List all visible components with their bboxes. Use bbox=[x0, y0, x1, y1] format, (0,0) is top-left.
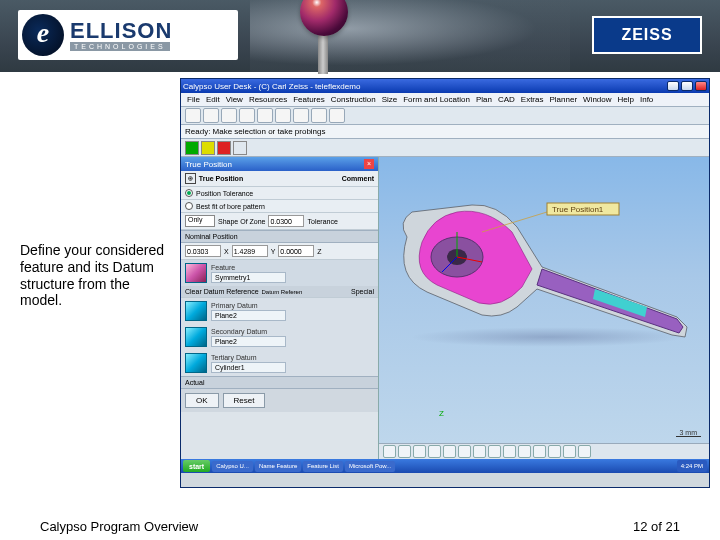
header-row: ⊕ True Position Comment bbox=[181, 171, 378, 187]
option-row[interactable]: Position Tolerance bbox=[181, 187, 378, 200]
zone-mode-dropdown[interactable]: Only bbox=[185, 215, 215, 227]
menu-help[interactable]: Help bbox=[616, 95, 636, 104]
page-current: 12 bbox=[633, 519, 647, 534]
minimize-button[interactable] bbox=[667, 81, 679, 91]
feature-block[interactable]: Feature Symmetry1 bbox=[181, 260, 378, 286]
probe-stem bbox=[318, 34, 328, 74]
menu-plan[interactable]: Plan bbox=[474, 95, 494, 104]
secondary-value[interactable]: Plane2 bbox=[211, 336, 286, 347]
toolbar-button[interactable] bbox=[329, 108, 345, 123]
taskbar-item[interactable]: Feature List bbox=[303, 461, 343, 472]
taskbar-item[interactable]: Calypso U... bbox=[212, 461, 253, 472]
radio-position-tolerance[interactable] bbox=[185, 189, 193, 197]
panel-titlebar[interactable]: True Position × bbox=[181, 157, 378, 171]
taskbar-item[interactable]: Microsoft Pow... bbox=[345, 461, 395, 472]
panel-buttons: OK Reset bbox=[181, 389, 378, 412]
radio-best-fit[interactable] bbox=[185, 202, 193, 210]
slide-header: ELLISON TECHNOLOGIES ZEISS bbox=[0, 0, 720, 72]
primary-value[interactable]: Plane2 bbox=[211, 310, 286, 321]
menu-info[interactable]: Info bbox=[638, 95, 655, 104]
menu-features[interactable]: Features bbox=[291, 95, 327, 104]
vp-tool-button[interactable] bbox=[473, 445, 486, 458]
col-label: True Position bbox=[199, 175, 243, 182]
status-text: Ready: Make selection or take probings bbox=[185, 127, 326, 136]
zeiss-text: ZEISS bbox=[621, 26, 672, 44]
clear-datum-label[interactable]: Clear Datum Reference bbox=[185, 288, 259, 295]
window-titlebar[interactable]: Calypso User Desk - (C) Carl Zeiss - tel… bbox=[181, 79, 709, 93]
vp-tool-button[interactable] bbox=[563, 445, 576, 458]
menu-file[interactable]: File bbox=[185, 95, 202, 104]
nominal-row: X Y Z bbox=[181, 243, 378, 260]
secondary-datum-block[interactable]: Secondary Datum Plane2 bbox=[181, 324, 378, 350]
nominal-z-input[interactable] bbox=[278, 245, 314, 257]
vp-tool-button[interactable] bbox=[443, 445, 456, 458]
menu-edit[interactable]: Edit bbox=[204, 95, 222, 104]
menu-size[interactable]: Size bbox=[380, 95, 400, 104]
close-button[interactable] bbox=[695, 81, 707, 91]
vp-tool-button[interactable] bbox=[533, 445, 546, 458]
panel-close-icon[interactable]: × bbox=[364, 159, 374, 169]
toolbar-button[interactable] bbox=[311, 108, 327, 123]
vp-tool-button[interactable] bbox=[458, 445, 471, 458]
vp-tool-button[interactable] bbox=[548, 445, 561, 458]
start-button[interactable]: start bbox=[183, 460, 210, 472]
toolbar-button[interactable] bbox=[275, 108, 291, 123]
vp-tool-button[interactable] bbox=[488, 445, 501, 458]
zone-value-input[interactable] bbox=[268, 215, 304, 227]
vp-tool-button[interactable] bbox=[398, 445, 411, 458]
menu-window[interactable]: Window bbox=[581, 95, 613, 104]
menu-view[interactable]: View bbox=[224, 95, 245, 104]
menu-planner[interactable]: Planner bbox=[547, 95, 579, 104]
reset-button[interactable]: Reset bbox=[223, 393, 266, 408]
datum-ref-label[interactable]: Datum Referen bbox=[262, 289, 303, 295]
windows-taskbar[interactable]: start Calypso U... Name Feature Feature … bbox=[181, 459, 709, 473]
toolbar-button[interactable] bbox=[293, 108, 309, 123]
menu-form[interactable]: Form and Location bbox=[401, 95, 472, 104]
toolbar-icon[interactable] bbox=[233, 141, 247, 155]
red-indicator-icon[interactable] bbox=[217, 141, 231, 155]
menu-extras[interactable]: Extras bbox=[519, 95, 546, 104]
vp-tool-button[interactable] bbox=[578, 445, 591, 458]
vp-tool-button[interactable] bbox=[413, 445, 426, 458]
description-text: Define your considered feature and its D… bbox=[20, 242, 165, 309]
toolbar-button[interactable] bbox=[185, 108, 201, 123]
toolbar-button[interactable] bbox=[257, 108, 273, 123]
option-row[interactable]: Best fit of bore pattern bbox=[181, 200, 378, 213]
col-comment: Comment bbox=[342, 175, 374, 182]
toolbar-button[interactable] bbox=[221, 108, 237, 123]
maximize-button[interactable] bbox=[681, 81, 693, 91]
menu-resources[interactable]: Resources bbox=[247, 95, 289, 104]
vp-tool-button[interactable] bbox=[383, 445, 396, 458]
green-indicator-icon[interactable] bbox=[185, 141, 199, 155]
yellow-indicator-icon[interactable] bbox=[201, 141, 215, 155]
ok-button[interactable]: OK bbox=[185, 393, 219, 408]
calypso-window: Calypso User Desk - (C) Carl Zeiss - tel… bbox=[180, 78, 710, 488]
window-title: Calypso User Desk - (C) Carl Zeiss - tel… bbox=[183, 82, 360, 91]
feature-value[interactable]: Symmetry1 bbox=[211, 272, 286, 283]
system-tray[interactable]: 4:24 PM bbox=[677, 460, 707, 472]
menubar[interactable]: File Edit View Resources Features Constr… bbox=[181, 93, 709, 107]
footer-title: Calypso Program Overview bbox=[40, 519, 198, 534]
special-label[interactable]: Special bbox=[351, 288, 374, 295]
tertiary-datum-block[interactable]: Tertiary Datum Cylinder1 bbox=[181, 350, 378, 376]
ellison-swirl-icon bbox=[22, 14, 64, 56]
nominal-x-input[interactable] bbox=[185, 245, 221, 257]
vp-tool-button[interactable] bbox=[428, 445, 441, 458]
vp-tool-button[interactable] bbox=[503, 445, 516, 458]
primary-cube-icon bbox=[185, 301, 207, 321]
nominal-section: Nominal Position bbox=[181, 230, 378, 243]
vp-tool-button[interactable] bbox=[518, 445, 531, 458]
menu-construction[interactable]: Construction bbox=[329, 95, 378, 104]
tertiary-value[interactable]: Cylinder1 bbox=[211, 362, 286, 373]
toolbar-button[interactable] bbox=[239, 108, 255, 123]
toolbar-button[interactable] bbox=[203, 108, 219, 123]
menu-cad[interactable]: CAD bbox=[496, 95, 517, 104]
taskbar-item[interactable]: Name Feature bbox=[255, 461, 301, 472]
nominal-y-input[interactable] bbox=[232, 245, 268, 257]
viewport-annotation: True Position1 bbox=[552, 205, 604, 214]
primary-datum-block[interactable]: Primary Datum Plane2 bbox=[181, 298, 378, 324]
cad-viewport[interactable]: True Position1 3 mm bbox=[379, 157, 709, 459]
viewport-toolbar bbox=[379, 443, 709, 459]
feature-cube-icon bbox=[185, 263, 207, 283]
header-graphic bbox=[250, 0, 570, 72]
